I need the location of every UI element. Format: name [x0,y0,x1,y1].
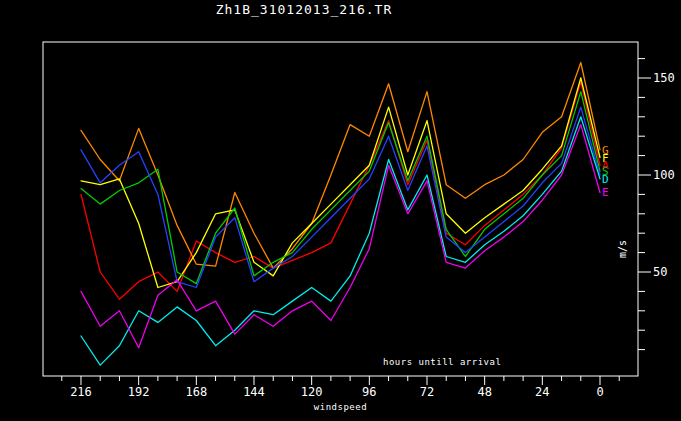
x-tick-label: 192 [128,385,150,399]
x-tick-label: 48 [477,385,491,399]
x-axis-title: windspeed [0,402,681,412]
y-tick-label: 50 [653,265,667,279]
x-tick-label: 72 [420,385,434,399]
series-green-trace [81,92,600,284]
series-end-label-E: E [602,186,609,199]
plot-area: 21619216814412096724824050100150AGFSDE [0,0,681,421]
series-end-label-F: F [602,152,609,165]
y-tick-label: 100 [653,168,675,182]
x-tick-label: 0 [596,385,603,399]
chart-window: 21619216814412096724824050100150AGFSDE Z… [0,0,681,421]
series-blue-trace [81,107,600,287]
x-tick-label: 120 [301,385,323,399]
series-cyan-trace [81,117,600,365]
y-axis-title: m/s [609,236,635,262]
x-tick-label: 144 [243,385,265,399]
x-tick-label: 24 [535,385,549,399]
y-tick-label: 150 [653,71,675,85]
series-orange-trace [81,63,600,269]
series-yellow-trace [81,78,600,288]
series-magenta-trace [81,125,600,348]
chart-title: Zh1B_31012013_216.TR [0,2,608,17]
x-tick-label: 216 [70,385,92,399]
x-tick-label: 168 [185,385,207,399]
inner-annotation: hours untill arrival [383,357,501,367]
x-tick-label: 96 [362,385,376,399]
series-end-label-D: D [602,173,609,186]
